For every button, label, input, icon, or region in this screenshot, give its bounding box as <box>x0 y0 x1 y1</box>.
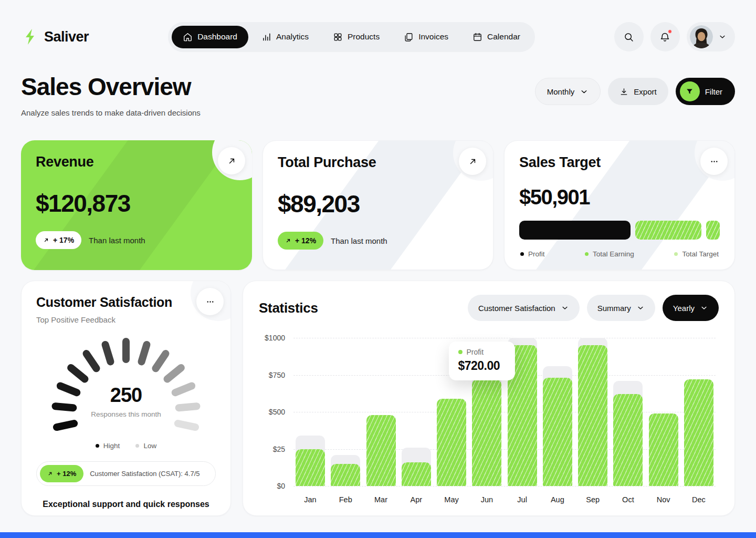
bar-feb[interactable] <box>331 464 360 486</box>
legend-dot <box>135 444 139 448</box>
chart-bar-group-dec[interactable] <box>684 338 713 486</box>
nav-item-calendar[interactable]: Calendar <box>461 26 531 48</box>
chart-bar-group-mar[interactable] <box>366 338 396 486</box>
chart-plot-area: Profit $720.00 <box>293 338 716 486</box>
gauge-caption: Responses this month <box>47 410 205 418</box>
page-title: Sales Overview <box>21 73 201 101</box>
user-menu[interactable] <box>687 22 735 51</box>
satisfaction-menu-button[interactable] <box>196 288 224 315</box>
target-legend-profit: Profit <box>520 250 545 258</box>
x-axis-label-jan: Jan <box>296 495 325 504</box>
metric-select[interactable]: Customer Satisfaction <box>468 295 580 321</box>
products-grid-icon <box>333 32 343 42</box>
main-nav: DashboardAnalyticsProductsInvoicesCalend… <box>168 22 535 52</box>
tooltip-value: $720.00 <box>458 359 505 373</box>
satisfaction-gauge: 250 Responses this month <box>47 334 205 434</box>
nav-item-invoices[interactable]: Invoices <box>393 26 459 48</box>
legend-dot <box>674 252 678 256</box>
customer-satisfaction-card: Customer Satisfaction Top Positive Feedb… <box>21 281 231 516</box>
notification-dot <box>668 29 672 34</box>
x-axis-label-nov: Nov <box>649 495 678 504</box>
chevron-down-icon <box>700 304 708 312</box>
top-actions <box>614 22 735 51</box>
chart-bar-group-jan[interactable] <box>296 338 325 486</box>
chart-tooltip: Profit $720.00 <box>448 342 514 380</box>
bar-aug[interactable] <box>543 378 572 486</box>
bar-oct[interactable] <box>613 394 643 486</box>
gauge-segment <box>151 348 171 374</box>
notifications-button[interactable] <box>650 22 680 51</box>
export-button[interactable]: Export <box>608 78 668 105</box>
chevron-down-icon <box>636 304 645 312</box>
y-axis-tick: $500 <box>269 408 285 416</box>
bar-apr[interactable] <box>402 462 431 486</box>
gauge-segment <box>162 363 186 384</box>
legend-dot <box>96 444 99 448</box>
bar-dec[interactable] <box>684 379 713 486</box>
x-axis-label-may: May <box>437 495 466 504</box>
chart-bar-group-aug[interactable] <box>543 338 572 486</box>
target-progress-bar <box>519 221 720 240</box>
nav-item-dashboard[interactable]: Dashboard <box>172 26 248 48</box>
arrow-up-right-icon <box>47 471 53 477</box>
y-axis: $1000$750$500$25$0 <box>259 338 285 486</box>
tooltip-series-dot <box>458 350 462 354</box>
x-axis-label-feb: Feb <box>331 495 360 504</box>
bar-jun[interactable] <box>472 379 501 486</box>
chevron-down-icon <box>718 33 727 41</box>
card-subtitle: Top Positive Feedback <box>36 315 216 324</box>
search-button[interactable] <box>614 22 644 51</box>
gauge-segment <box>66 363 90 384</box>
card-title: Sales Target <box>519 154 720 171</box>
filter-button[interactable]: Filter <box>676 78 735 105</box>
bar-mar[interactable] <box>366 415 396 486</box>
brand: Saliver <box>21 28 89 46</box>
gauge-segment <box>52 419 79 432</box>
top-bar: Saliver DashboardAnalyticsProductsInvoic… <box>21 22 735 51</box>
chart-bar-group-apr[interactable] <box>402 338 431 486</box>
chart-bar-group-sep[interactable] <box>578 338 607 486</box>
delta-note: Than last month <box>331 236 387 245</box>
arrow-up-right-icon <box>285 237 291 244</box>
y-axis-tick: $0 <box>277 482 285 490</box>
statistics-header: Statistics Customer Satisfaction Summary <box>259 295 719 321</box>
statistics-filters: Customer Satisfaction Summary Yearly <box>468 295 719 321</box>
target-progress-profit <box>519 221 631 240</box>
gauge-legend: Hight Low <box>36 442 216 450</box>
brand-name: Saliver <box>44 29 89 45</box>
x-axis-label-apr: Apr <box>402 495 431 504</box>
purchase-value: $89,203 <box>278 190 478 218</box>
y-axis-tick: $750 <box>269 371 285 379</box>
nav-item-products[interactable]: Products <box>322 26 391 48</box>
dots-menu-icon <box>205 297 215 307</box>
csat-text: Customer Satisfaction (CSAT): 4.7/5 <box>90 470 200 478</box>
head-controls: Monthly Export Filter <box>535 78 735 105</box>
legend-dot <box>585 252 589 256</box>
mode-select[interactable]: Summary <box>587 295 655 321</box>
x-axis-label-mar: Mar <box>366 495 396 504</box>
chart-bar-group-feb[interactable] <box>331 338 360 486</box>
bar-jan[interactable] <box>296 449 325 487</box>
nav-item-analytics[interactable]: Analytics <box>250 26 320 48</box>
legend-low: Low <box>135 442 156 450</box>
x-axis-label-aug: Aug <box>543 495 572 504</box>
gauge-segment <box>101 340 115 366</box>
bar-may[interactable] <box>437 399 466 486</box>
avatar <box>690 25 713 48</box>
delta-badge: + 17% <box>36 231 81 249</box>
card-title: Revenue <box>36 154 237 170</box>
period-select[interactable]: Monthly <box>535 78 601 105</box>
bottom-accent-strip <box>0 532 756 538</box>
x-axis-label-dec: Dec <box>684 495 713 504</box>
home-icon <box>183 32 193 42</box>
target-legend-total-target: Total Target <box>674 250 719 258</box>
csat-delta-badge: + 12% <box>40 465 83 482</box>
chart-bar-group-oct[interactable] <box>613 338 643 486</box>
invoice-icon <box>404 32 414 42</box>
bar-sep[interactable] <box>578 345 607 486</box>
chevron-down-icon <box>580 87 589 96</box>
chart-gridline <box>293 486 716 487</box>
bar-nov[interactable] <box>649 413 678 486</box>
chart-bar-group-nov[interactable] <box>649 338 678 486</box>
range-select[interactable]: Yearly <box>663 295 719 321</box>
